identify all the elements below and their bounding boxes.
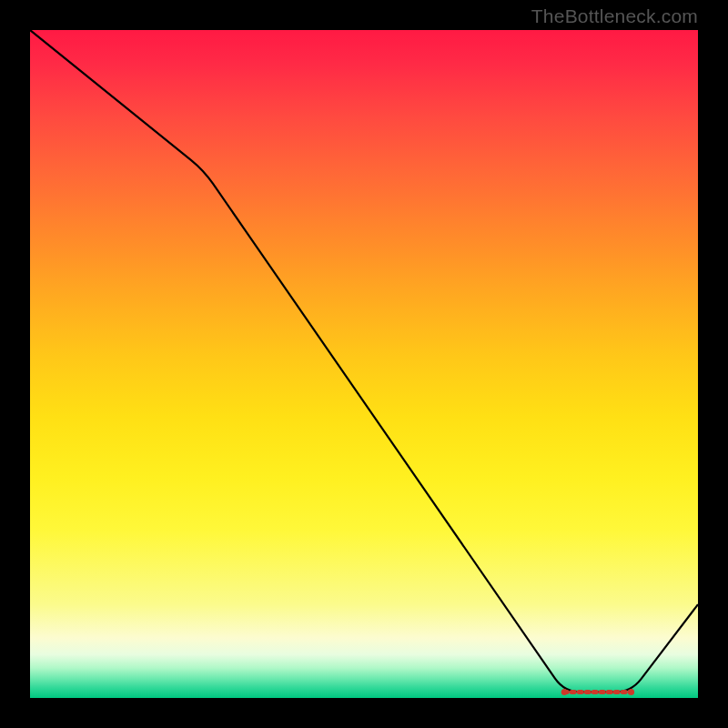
optimal-segment-endpoint <box>561 689 568 695</box>
optimal-segment <box>561 689 634 695</box>
watermark-label: TheBottleneck.com <box>531 5 698 27</box>
curve-line <box>30 30 698 692</box>
chart-svg <box>30 30 698 698</box>
chart-container: TheBottleneck.com <box>0 0 728 728</box>
bottleneck-curve <box>30 30 698 692</box>
plot-area <box>30 30 698 698</box>
optimal-segment-endpoint <box>628 689 634 695</box>
